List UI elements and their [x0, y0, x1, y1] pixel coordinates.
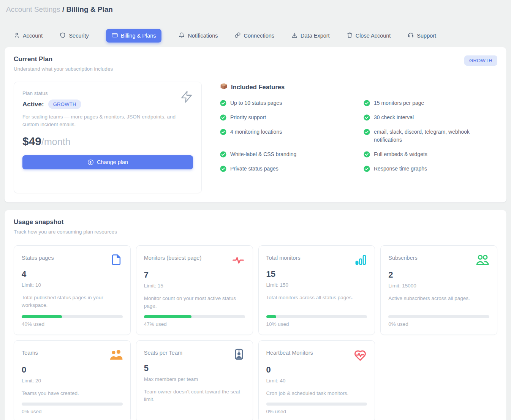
- tab-account[interactable]: Account: [14, 29, 43, 43]
- card-value: 4: [22, 269, 123, 279]
- heart-pulse-icon: [353, 348, 367, 363]
- shield-icon: [60, 32, 66, 39]
- tab-support[interactable]: Support: [408, 29, 436, 43]
- usage-subtitle: Track how you are consuming plan resourc…: [14, 229, 497, 235]
- breadcrumb-root[interactable]: Account Settings: [6, 5, 60, 13]
- usage-card-teams: Teams 0 Limit: 20 Teams you have created…: [14, 340, 131, 420]
- link-icon: [235, 32, 240, 39]
- trash-icon: [347, 32, 353, 39]
- card-value: 7: [144, 270, 245, 280]
- card-limit: Limit: 15: [144, 283, 245, 289]
- tab-connections[interactable]: Connections: [235, 29, 274, 43]
- card-description: Teams you have created.: [22, 390, 123, 397]
- tab-label: Support: [417, 33, 436, 39]
- usage-snapshot-panel: Usage snapshot Track how you are consumi…: [5, 210, 506, 420]
- card-limit: Limit: 15000: [388, 283, 489, 289]
- usage-card-total-monitors: Total monitors 15 Limit: 150 Total monit…: [258, 245, 375, 335]
- check-circle-icon: [220, 114, 226, 121]
- tab-close-account[interactable]: Close Account: [347, 29, 391, 43]
- feature-item: 15 monitors per page: [364, 99, 497, 107]
- tab-label: Data Export: [301, 33, 330, 39]
- card-description: Active subscribers across all pages.: [388, 295, 489, 302]
- percent-used-label: 0% used: [266, 409, 367, 414]
- price-amount: $49: [22, 135, 41, 147]
- credit-card-icon: [112, 32, 118, 39]
- check-circle-icon: [364, 100, 370, 106]
- check-circle-icon: [220, 166, 226, 172]
- card-title: Monitors (busiest page): [144, 253, 202, 261]
- feature-item: Full embeds & widgets: [364, 150, 497, 158]
- card-value: 15: [266, 269, 367, 279]
- card-title: Teams: [22, 348, 38, 356]
- card-limit: Limit: 150: [266, 282, 367, 288]
- arrow-up-circle-icon: [87, 159, 94, 166]
- progress-bar: 10% used: [266, 310, 367, 327]
- id-badge-icon: [233, 348, 245, 362]
- usage-card-status-pages: Status pages 4 Limit: 10 Total published…: [14, 245, 131, 335]
- bell-icon: [179, 32, 185, 39]
- activity-icon: [231, 253, 245, 268]
- plan-status-label: Plan status: [22, 90, 193, 96]
- tab-label: Security: [69, 33, 89, 39]
- progress-bar: 40% used: [22, 310, 123, 327]
- tab-label: Close Account: [356, 33, 391, 39]
- card-value: 2: [388, 270, 489, 280]
- plan-status-value: Active:: [22, 101, 44, 108]
- usage-card-seats-per-team: Seats per Team 5 Max members per team Te…: [136, 340, 253, 420]
- download-icon: [291, 32, 297, 39]
- progress-bar: 0% used: [22, 397, 123, 414]
- check-circle-icon: [364, 166, 370, 172]
- tab-label: Billing & Plans: [121, 33, 156, 39]
- card-title: Seats per Team: [144, 348, 182, 356]
- card-title: Status pages: [22, 253, 54, 261]
- headset-icon: [408, 32, 414, 39]
- feature-item: 30 check interval: [364, 114, 497, 122]
- current-plan-panel: Current Plan Understand what your subscr…: [5, 47, 506, 202]
- change-plan-label: Change plan: [97, 159, 128, 165]
- percent-used-label: 47% used: [144, 321, 245, 327]
- billing-page: Account Settings / Billing & Plan Accoun…: [0, 0, 511, 420]
- check-circle-icon: [220, 100, 226, 106]
- included-features: Included Features Up to 10 status pages …: [220, 82, 497, 193]
- team-icon: [109, 348, 123, 363]
- usage-card-monitors-busiest: Monitors (busiest page) 7 Limit: 15 Moni…: [136, 245, 253, 335]
- tab-data-export[interactable]: Data Export: [291, 29, 330, 43]
- card-title: Subscribers: [388, 253, 418, 261]
- card-limit: Max members per team: [144, 376, 245, 382]
- breadcrumb-separator: /: [62, 5, 64, 13]
- tab-notifications[interactable]: Notifications: [179, 29, 218, 43]
- progress-bar: 0% used: [266, 397, 367, 414]
- change-plan-button[interactable]: Change plan: [22, 155, 193, 169]
- file-icon: [110, 253, 123, 268]
- feature-item: Priority support: [220, 114, 354, 122]
- plan-description: For scaling teams — more pages & monitor…: [22, 113, 193, 129]
- progress-bar: 0% used: [388, 310, 489, 327]
- check-circle-icon: [220, 151, 226, 158]
- feature-item: Up to 10 status pages: [220, 99, 354, 107]
- card-title: Heartbeat Monitors: [266, 348, 313, 356]
- usage-grid: Status pages 4 Limit: 10 Total published…: [14, 245, 497, 420]
- plan-tier-badge: GROWTH: [464, 55, 497, 66]
- card-value: 5: [144, 363, 245, 373]
- lightning-icon: [180, 90, 193, 105]
- plan-status-card: Plan status Active: GROWTH For scaling t…: [14, 82, 202, 193]
- percent-used-label: 10% used: [266, 321, 367, 327]
- tab-billing-plans[interactable]: Billing & Plans: [106, 29, 162, 43]
- features-grid: Up to 10 status pages 15 monitors per pa…: [220, 99, 497, 173]
- usage-title: Usage snapshot: [14, 218, 497, 226]
- card-description: Monitor count on your most active status…: [144, 295, 245, 310]
- usage-card-heartbeat-monitors: Heartbeat Monitors 0 Limit: 40 Cron job …: [258, 340, 375, 420]
- feature-item: White-label & CSS branding: [220, 150, 354, 158]
- check-circle-icon: [220, 129, 226, 135]
- settings-tab-bar: Account Security Billing & Plans Notific…: [5, 29, 506, 43]
- percent-used-label: 40% used: [22, 321, 123, 327]
- card-description: Total monitors across all status pages.: [266, 294, 367, 302]
- person-icon: [14, 32, 20, 39]
- tab-security[interactable]: Security: [60, 29, 89, 43]
- bar-chart-icon: [354, 253, 367, 268]
- progress-bar: 47% used: [144, 310, 245, 327]
- current-plan-subtitle: Understand what your subscription includ…: [14, 66, 113, 72]
- plan-status-badge: GROWTH: [48, 99, 81, 109]
- card-value: 0: [266, 365, 367, 375]
- check-circle-icon: [364, 114, 370, 121]
